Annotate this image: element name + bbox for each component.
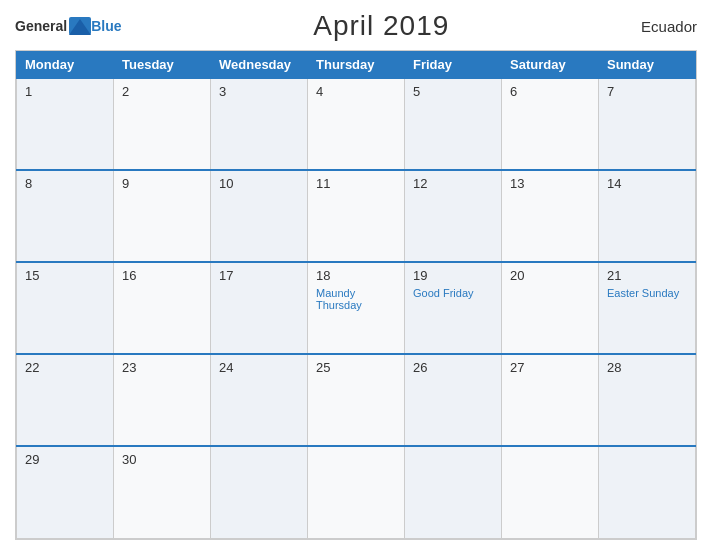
day-number: 2 [122, 84, 202, 99]
day-cell-5-7 [599, 446, 696, 538]
day-cell-5-3 [211, 446, 308, 538]
logo: General Blue [15, 17, 121, 35]
day-cell-4-2: 23 [114, 354, 211, 446]
day-number: 21 [607, 268, 687, 283]
day-cell-5-5 [405, 446, 502, 538]
day-number: 29 [25, 452, 105, 467]
logo-blue-text: Blue [91, 18, 121, 34]
day-cell-1-7: 7 [599, 78, 696, 170]
header: General Blue April 2019 Ecuador [15, 10, 697, 42]
holiday-label: Maundy Thursday [316, 287, 396, 311]
day-cell-3-3: 17 [211, 262, 308, 354]
week-row-2: 891011121314 [17, 170, 696, 262]
day-number: 24 [219, 360, 299, 375]
day-number: 28 [607, 360, 687, 375]
day-cell-5-4 [308, 446, 405, 538]
day-cell-2-4: 11 [308, 170, 405, 262]
day-number: 20 [510, 268, 590, 283]
day-cell-1-4: 4 [308, 78, 405, 170]
day-number: 30 [122, 452, 202, 467]
header-sunday: Sunday [599, 52, 696, 79]
day-cell-3-1: 15 [17, 262, 114, 354]
week-row-4: 22232425262728 [17, 354, 696, 446]
day-cell-3-4: 18Maundy Thursday [308, 262, 405, 354]
day-cell-1-1: 1 [17, 78, 114, 170]
day-number: 9 [122, 176, 202, 191]
day-number: 19 [413, 268, 493, 283]
calendar-grid: Monday Tuesday Wednesday Thursday Friday… [15, 50, 697, 540]
day-cell-1-5: 5 [405, 78, 502, 170]
day-cell-1-2: 2 [114, 78, 211, 170]
day-headers-row: Monday Tuesday Wednesday Thursday Friday… [17, 52, 696, 79]
day-cell-5-2: 30 [114, 446, 211, 538]
day-number: 18 [316, 268, 396, 283]
day-number: 17 [219, 268, 299, 283]
day-cell-1-6: 6 [502, 78, 599, 170]
day-number: 26 [413, 360, 493, 375]
day-number: 27 [510, 360, 590, 375]
day-number: 14 [607, 176, 687, 191]
day-cell-2-1: 8 [17, 170, 114, 262]
logo-general-text: General [15, 18, 67, 34]
day-cell-5-6 [502, 446, 599, 538]
day-cell-2-3: 10 [211, 170, 308, 262]
day-number: 22 [25, 360, 105, 375]
logo-flag-icon [69, 17, 91, 35]
calendar-table: Monday Tuesday Wednesday Thursday Friday… [16, 51, 696, 539]
day-cell-4-6: 27 [502, 354, 599, 446]
header-wednesday: Wednesday [211, 52, 308, 79]
week-row-1: 1234567 [17, 78, 696, 170]
week-row-3: 15161718Maundy Thursday19Good Friday2021… [17, 262, 696, 354]
header-monday: Monday [17, 52, 114, 79]
day-cell-2-5: 12 [405, 170, 502, 262]
day-cell-4-5: 26 [405, 354, 502, 446]
holiday-label: Easter Sunday [607, 287, 687, 299]
day-number: 11 [316, 176, 396, 191]
header-tuesday: Tuesday [114, 52, 211, 79]
header-saturday: Saturday [502, 52, 599, 79]
day-cell-4-4: 25 [308, 354, 405, 446]
day-cell-5-1: 29 [17, 446, 114, 538]
day-number: 7 [607, 84, 687, 99]
day-cell-1-3: 3 [211, 78, 308, 170]
day-cell-4-7: 28 [599, 354, 696, 446]
day-cell-2-7: 14 [599, 170, 696, 262]
day-number: 5 [413, 84, 493, 99]
holiday-label: Good Friday [413, 287, 493, 299]
day-number: 23 [122, 360, 202, 375]
day-number: 4 [316, 84, 396, 99]
day-cell-4-1: 22 [17, 354, 114, 446]
day-number: 15 [25, 268, 105, 283]
day-cell-4-3: 24 [211, 354, 308, 446]
day-number: 25 [316, 360, 396, 375]
day-cell-2-6: 13 [502, 170, 599, 262]
country-label: Ecuador [641, 18, 697, 35]
day-cell-3-2: 16 [114, 262, 211, 354]
day-number: 10 [219, 176, 299, 191]
day-number: 13 [510, 176, 590, 191]
day-number: 16 [122, 268, 202, 283]
calendar-page: General Blue April 2019 Ecuador Monday T… [0, 0, 712, 550]
day-cell-2-2: 9 [114, 170, 211, 262]
week-row-5: 2930 [17, 446, 696, 538]
day-number: 1 [25, 84, 105, 99]
header-friday: Friday [405, 52, 502, 79]
day-number: 8 [25, 176, 105, 191]
day-cell-3-6: 20 [502, 262, 599, 354]
calendar-title: April 2019 [313, 10, 449, 42]
day-number: 3 [219, 84, 299, 99]
day-number: 12 [413, 176, 493, 191]
day-cell-3-7: 21Easter Sunday [599, 262, 696, 354]
header-thursday: Thursday [308, 52, 405, 79]
day-cell-3-5: 19Good Friday [405, 262, 502, 354]
day-number: 6 [510, 84, 590, 99]
